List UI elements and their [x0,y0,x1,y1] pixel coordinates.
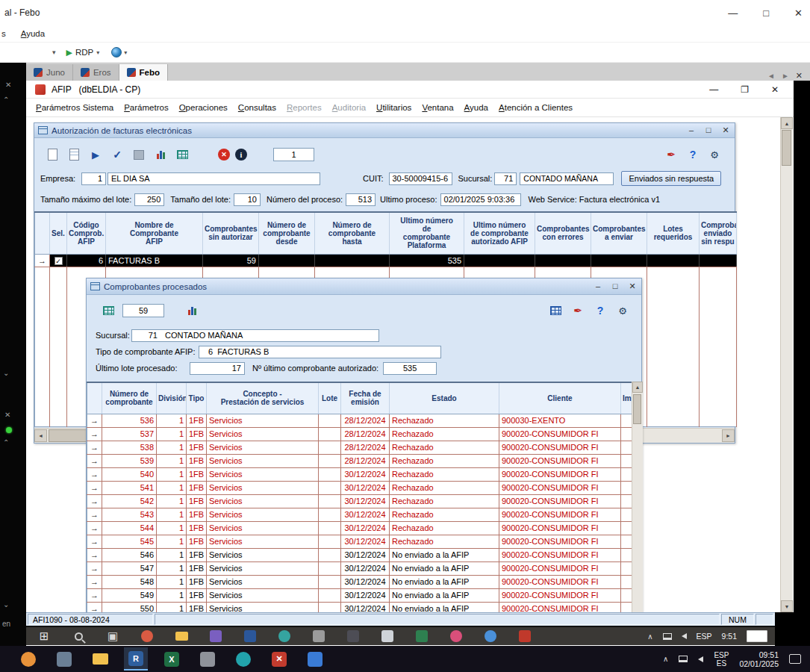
cell-division[interactable]: 1 [157,441,187,454]
cell-division[interactable]: 1 [157,535,187,548]
session-tab[interactable]: Juno [26,64,73,81]
tray-expand-icon[interactable]: ∧ [647,632,652,641]
cell-numero-comprobante[interactable]: 550 [102,602,157,612]
cell-tipo[interactable]: 1FB [187,441,207,454]
column-header[interactable]: Número de comprobante hasta [315,212,390,254]
cell-importe[interactable] [621,561,632,575]
tamano-maximo-field[interactable]: 250 [134,193,164,206]
task-view-icon[interactable]: ▣ [105,629,120,644]
tab-close-icon[interactable]: ✕ [796,71,803,81]
proc-window-titlebar[interactable]: Comprobantes procesados – □ ✕ [87,279,641,295]
mdi-vertical-scrollbar[interactable]: ▲ ▼ [780,117,793,612]
ultimo-proceso-field[interactable]: 02/01/2025 9:03:36 [440,193,521,206]
cell-fecha-emision[interactable]: 30/12/2024 [341,575,390,588]
scrollbar-thumb[interactable] [633,394,641,424]
column-header[interactable]: Comprobantes a enviar [591,212,647,254]
cell-a-enviar[interactable] [591,254,647,267]
confirm-icon[interactable]: ✓ [109,146,125,163]
cell-lote[interactable] [319,494,341,508]
cell-division[interactable]: 1 [157,414,187,427]
app-icon-gray[interactable] [311,629,326,644]
cell-numero-comprobante[interactable]: 538 [102,441,157,454]
cell-estado[interactable]: Rechazado [390,494,499,508]
cell-fecha-emision[interactable]: 28/12/2024 [341,414,390,427]
cell-numero-comprobante[interactable]: 536 [102,414,157,427]
cell-concepto[interactable]: Servicios [207,508,319,521]
volume-icon[interactable] [682,633,687,639]
cell-lote[interactable] [319,561,341,575]
language-indicator[interactable]: ESP ES [714,651,729,668]
numero-proceso-field[interactable]: 513 [346,193,376,206]
record-counter[interactable]: 59 [122,304,164,317]
cell-cliente[interactable]: 900020-CONSUMIDOR FI [499,521,621,535]
cell-concepto[interactable]: Servicios [207,467,319,481]
design-app-icon[interactable] [52,647,76,671]
cell-tipo[interactable]: 1FB [187,575,207,588]
network-icon[interactable] [679,656,688,662]
cuit-field[interactable]: 30-50009415-6 [389,172,452,185]
grid-row[interactable]: → 542 1 1FB Servicios 30/12/2024 Rechaza… [87,494,632,508]
tab-scroll-right-icon[interactable]: ► [782,72,789,80]
column-header[interactable]: Comprobantes sin autorizar [203,212,259,254]
cell-division[interactable]: 1 [157,508,187,521]
cell-lote[interactable] [319,481,341,494]
cell-lote[interactable] [319,575,341,588]
firefox-icon[interactable] [16,647,40,671]
cell-numero-comprobante[interactable]: 549 [102,588,157,602]
calendar-icon[interactable] [414,629,429,644]
cell-estado[interactable]: No enviado a la AFIP [390,602,499,612]
afip-menu-item[interactable]: Operaciones [174,103,233,112]
afip-menu-item[interactable]: Parámetros Sistema [31,103,119,112]
cell-fecha-emision[interactable]: 30/12/2024 [341,467,390,481]
empresa-code-field[interactable]: 1 [81,172,106,185]
rdp-connect-button[interactable]: ▶ RDP ▾ [66,48,100,57]
cell-estado[interactable]: Rechazado [390,481,499,494]
column-header[interactable]: Código Comprob. AFIP [67,212,106,254]
cell-importe[interactable] [621,575,632,588]
column-header[interactable]: Concepto - Prestación de servicios [207,382,319,414]
scroll-up-icon[interactable]: ▲ [781,117,793,129]
cell-cliente[interactable]: 900020-CONSUMIDOR FI [499,561,621,575]
cell-cliente[interactable]: 900020-CONSUMIDOR FI [499,575,621,588]
cell-estado[interactable]: Rechazado [390,414,499,427]
cell-importe[interactable] [621,441,632,454]
grid-row[interactable]: → 547 1 1FB Servicios 30/12/2024 No envi… [87,561,632,575]
scroll-right-icon[interactable]: ► [722,429,735,442]
cell-division[interactable]: 1 [157,494,187,508]
column-header[interactable]: Tipo [187,382,207,414]
column-header[interactable]: Número de comprobante desde [259,212,315,254]
signature-pen-icon[interactable]: ✒ [663,146,679,163]
column-header[interactable]: Estado [390,382,499,414]
grid-row[interactable]: → 545 1 1FB Servicios 30/12/2024 Rechaza… [87,535,632,548]
cell-importe[interactable] [621,414,632,427]
vertical-scrollbar[interactable]: ▲ [632,382,643,612]
cell-autorizado-afip[interactable] [464,254,535,267]
empresa-name-field[interactable]: EL DIA SA [108,172,320,185]
search-icon[interactable] [71,629,86,644]
scroll-down-icon[interactable]: ⌄ [3,600,9,609]
grid-row[interactable]: → 536 1 1FB Servicios 28/12/2024 Rechaza… [87,414,632,427]
minimize-button[interactable]: — [709,84,718,95]
cell-fecha-emision[interactable]: 30/12/2024 [341,508,390,521]
info-icon[interactable]: i [235,149,247,161]
grid-row[interactable]: → 540 1 1FB Servicios 30/12/2024 Rechaza… [87,467,632,481]
cell-fecha-emision[interactable]: 28/12/2024 [341,454,390,467]
cell-lote[interactable] [319,467,341,481]
minimize-button[interactable]: – [593,281,603,291]
report-chart-icon[interactable] [184,302,200,319]
app-icon-purple[interactable] [208,629,223,644]
column-header[interactable]: Ultimo número de comprobante autorizado … [464,212,535,254]
pdf-app-icon[interactable]: ✕ [267,647,291,671]
cell-tipo[interactable]: 1FB [187,548,207,561]
tray-expand-icon[interactable]: ∧ [663,655,668,663]
cell-fecha-emision[interactable]: 28/12/2024 [341,441,390,454]
tab-scroll-left-icon[interactable]: ◄ [767,72,775,80]
minimize-button[interactable]: — [728,7,738,19]
scroll-up-icon[interactable]: ⌃ [3,438,9,447]
grid-row[interactable]: → 543 1 1FB Servicios 30/12/2024 Rechaza… [87,508,632,521]
cell-estado[interactable]: Rechazado [390,467,499,481]
developer-tools-icon[interactable]: ⚙ [614,302,631,319]
cell-numero-comprobante[interactable]: 547 [102,561,157,575]
properties-icon[interactable] [66,146,82,163]
cell-estado[interactable]: No enviado a la AFIP [390,575,499,588]
